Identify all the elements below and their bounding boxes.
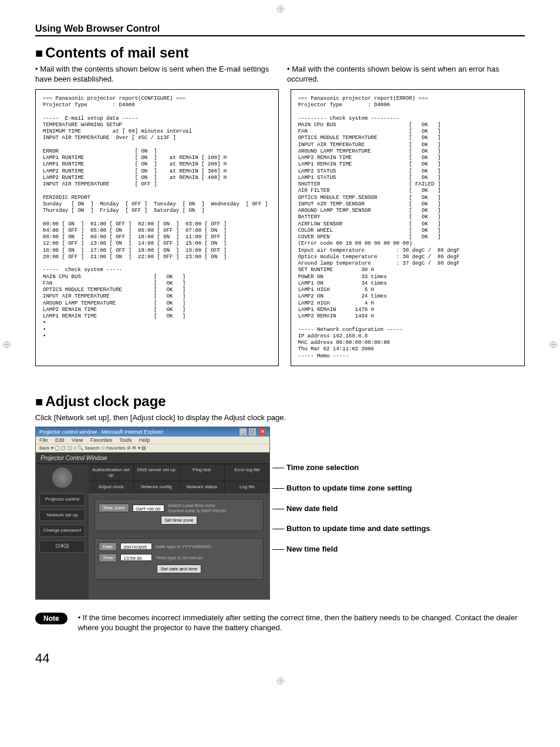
timezone-hint: Select Local time zoneCurrent zone is GM… <box>168 503 226 513</box>
sidebar-item-change-password[interactable]: Change password <box>39 525 85 537</box>
annotation-new-date-field: New date field <box>284 504 525 514</box>
timezone-cluster: Time Zone GMT+09:00 Select Local time zo… <box>95 499 264 531</box>
menu-file[interactable]: File <box>39 437 48 443</box>
annotation-update-datetime-button: Button to update time and date settings <box>284 524 525 534</box>
sidebar-item-projector-control[interactable]: Projector control <box>39 494 85 506</box>
sidebar: Projector control Network set up Change … <box>36 464 89 599</box>
close-icon[interactable]: ✕ <box>259 428 266 435</box>
crop-mark-top: ⊕ <box>276 2 285 15</box>
page-number: 44 <box>35 651 525 666</box>
tab-network-status[interactable]: Network status <box>180 481 225 492</box>
time-field[interactable]: 13:59:30 <box>120 554 152 561</box>
tab-log-file[interactable]: Log file <box>225 481 269 492</box>
menu-edit[interactable]: Edit <box>55 437 65 443</box>
window-title: Projector control window - Microsoft Int… <box>39 429 164 435</box>
tab-adjust-clock[interactable]: Adjust clock <box>89 481 134 492</box>
browser-window: Projector control window - Microsoft Int… <box>35 427 270 600</box>
menu-view[interactable]: View <box>72 437 83 443</box>
crop-mark-bottom: ⊕ <box>276 674 285 687</box>
set-timezone-button[interactable]: Set time zone <box>161 516 198 525</box>
tab-authentication-setup[interactable]: Authentication set up <box>89 464 134 481</box>
section-header: Using Web Browser Control <box>35 23 525 36</box>
browser-toolbar: Back ▾ ◯ ▢ ▢ ⌂ 🔍 Search ☆ Favorites ⊘ ✉ … <box>36 444 269 452</box>
heading-adjust-clock-page: ■Adjust clock page <box>35 393 525 410</box>
set-date-time-button[interactable]: Set date and time <box>157 565 202 573</box>
annotation-timezone-selection: Time zone selection <box>284 463 525 473</box>
menu-help[interactable]: Help <box>139 437 150 443</box>
timezone-label-button: Time Zone <box>99 503 129 512</box>
tab-network-config[interactable]: Network config <box>134 481 179 492</box>
clock-intro: Click [Network set up], then [Adjust clo… <box>35 413 525 422</box>
mail-report-error: === Panasonic projector report(ERROR) ==… <box>291 89 525 366</box>
crop-mark-left: ⊕ <box>2 338 11 351</box>
window-buttons: _ ▢ ✕ <box>238 428 266 435</box>
menubar: File Edit View Favorites Tools Help <box>36 437 269 444</box>
intro-right: • Mail with the contents shown below is … <box>287 65 525 84</box>
note-text: • If the time becomes incorrect immediat… <box>78 613 525 633</box>
date-hint: Date type is YYYY/MM/DD <box>156 544 211 549</box>
logo-icon <box>52 468 72 488</box>
annotations: Time zone selection Button to update tim… <box>284 427 525 565</box>
mail-report-configure: === Panasonic projector report(CONFIGURE… <box>35 89 279 366</box>
menu-tools[interactable]: Tools <box>119 437 131 443</box>
tab-ping-test[interactable]: Ping test <box>180 464 225 481</box>
heading-text: Contents of mail sent <box>45 45 188 60</box>
square-marker-icon: ■ <box>35 394 43 409</box>
timezone-select[interactable]: GMT+09:00 <box>133 505 164 512</box>
menu-favorites[interactable]: Favorites <box>90 437 112 443</box>
heading-contents-of-mail-sent: ■Contents of mail sent <box>35 45 525 61</box>
heading-text: Adjust clock page <box>45 393 166 409</box>
note-pill: Note <box>35 613 68 624</box>
minimize-icon[interactable]: _ <box>239 428 247 435</box>
window-titlebar: Projector control window - Microsoft Int… <box>36 427 269 437</box>
sidebar-item-network-setup[interactable]: Network set up <box>39 509 85 522</box>
intro-left: • Mail with the contents shown below is … <box>35 65 273 84</box>
time-label-button: Time <box>99 553 117 562</box>
tab-error-log-file[interactable]: Error log file <box>225 464 269 481</box>
tab-dns-server-setup[interactable]: DNS server set up <box>134 464 179 481</box>
date-label-button: Date <box>99 542 117 551</box>
datetime-cluster: Date 2007/03/05 Date type is YYYY/MM/DD … <box>95 538 264 580</box>
projector-control-window-header: Projector Control Window <box>36 452 269 464</box>
time-hint: Time type is hh:mm:ss <box>156 555 203 560</box>
maximize-icon[interactable]: ▢ <box>249 428 256 435</box>
square-marker-icon: ■ <box>35 46 43 60</box>
annotation-update-timezone-button: Button to update time zone setting <box>284 484 525 494</box>
sidebar-item-japanese[interactable]: 日本語 <box>39 540 85 553</box>
crop-mark-right: ⊕ <box>549 338 558 351</box>
date-field[interactable]: 2007/03/05 <box>120 543 152 550</box>
annotation-new-time-field: New time field <box>284 545 525 555</box>
